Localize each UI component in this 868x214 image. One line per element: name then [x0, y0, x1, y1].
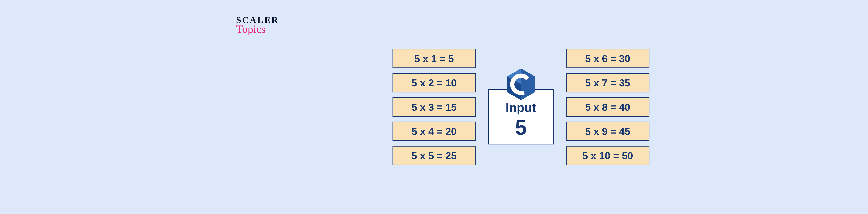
- table-row: 5 x 3 = 15: [393, 97, 476, 117]
- table-row: 5 x 1 = 5: [393, 49, 476, 68]
- scaler-topics-logo: SCALER Topics: [236, 15, 279, 35]
- right-column: 5 x 6 = 30 5 x 7 = 35 5 x 8 = 40 5 x 9 =…: [566, 49, 649, 165]
- input-label: Input: [506, 100, 536, 115]
- left-column: 5 x 1 = 5 5 x 2 = 10 5 x 3 = 15 5 x 4 = …: [393, 49, 476, 165]
- svg-marker-1: [521, 69, 535, 100]
- table-row: 5 x 4 = 20: [393, 121, 476, 141]
- table-row: 5 x 9 = 45: [566, 121, 649, 141]
- table-row: 5 x 8 = 40: [566, 97, 649, 117]
- center-block: Input 5: [486, 68, 556, 144]
- table-row: 5 x 7 = 35: [566, 73, 649, 93]
- input-value: 5: [515, 117, 527, 138]
- table-row: 5 x 6 = 30: [566, 49, 649, 68]
- table-row: 5 x 2 = 10: [393, 73, 476, 93]
- table-row: 5 x 5 = 25: [393, 146, 476, 165]
- table-row: 5 x 10 = 50: [566, 146, 649, 165]
- logo-text-topics: Topics: [236, 24, 279, 35]
- diagram-stage: 5 x 1 = 5 5 x 2 = 10 5 x 3 = 15 5 x 4 = …: [393, 49, 649, 165]
- c-language-icon: [506, 68, 536, 102]
